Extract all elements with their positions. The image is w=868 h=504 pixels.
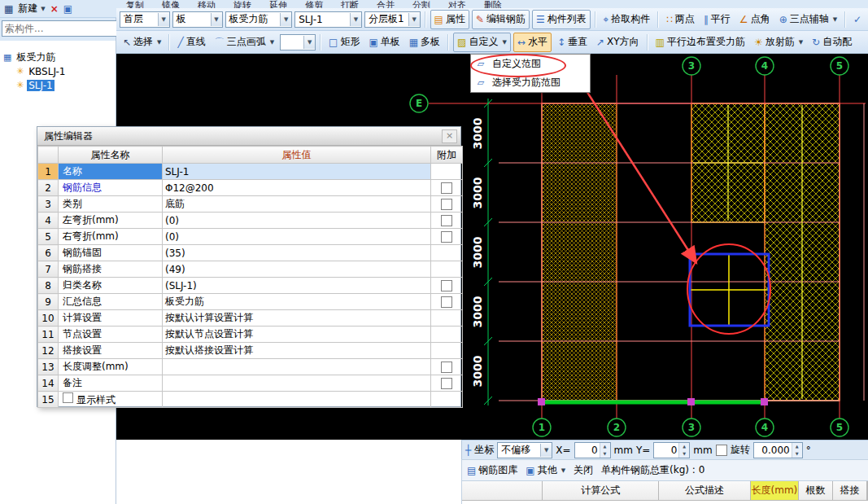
toolbar-button-merge[interactable]: 合并 <box>377 0 395 8</box>
toolbar-button-move[interactable]: 移动 <box>198 0 216 8</box>
extra-checkbox[interactable] <box>441 296 452 308</box>
property-name[interactable]: 左弯折(mm) <box>59 213 163 229</box>
toolbar-button-extend[interactable]: 延伸 <box>269 0 287 8</box>
extra-checkbox[interactable] <box>441 215 452 226</box>
new-button[interactable]: 新建 ▼ <box>18 2 45 15</box>
parallel-edge-rebar-button[interactable]: ▥平行边布置受力筋 <box>652 33 748 51</box>
property-value[interactable]: 按默认搭接设置计算 <box>163 343 431 359</box>
component-list-button[interactable]: ☰构件列表 <box>532 10 591 29</box>
property-name[interactable]: 钢筋信息 <box>59 180 163 196</box>
property-value[interactable]: Φ12@200 <box>163 180 431 196</box>
table-row[interactable]: 4 左弯折(mm) (0) <box>38 213 463 229</box>
table-row[interactable]: 8 归类名称 (SLJ-1) <box>38 278 463 294</box>
table-row[interactable]: 3 类别 底筋 <box>38 196 463 213</box>
hatched-slab-region-1[interactable] <box>542 103 617 401</box>
extra-checkbox[interactable] <box>441 199 452 210</box>
radial-rebar-button[interactable]: ☀放射筋▼ <box>751 33 806 51</box>
property-value[interactable] <box>163 375 431 392</box>
property-value[interactable] <box>163 359 431 375</box>
property-value[interactable]: (49) <box>163 261 431 278</box>
rotate-checkbox[interactable] <box>716 445 727 456</box>
multi-slab-button[interactable]: ▦多板 <box>406 33 443 51</box>
rebar-library-button[interactable]: ▤钢筋图库 <box>467 463 517 477</box>
table-row[interactable]: 6 钢筋锚固 (35) <box>38 245 463 261</box>
component-select[interactable]: SLJ-1▼ <box>294 11 362 28</box>
horizontal-button[interactable]: ↔水平 <box>513 33 552 52</box>
three-point-axis-button[interactable]: ⊕三点辅轴▼ <box>776 11 840 28</box>
clipped-toolbar-button[interactable]: ✓ <box>850 11 865 28</box>
property-name[interactable]: 备注 <box>59 375 163 392</box>
toolbar-button-break[interactable]: 打断 <box>341 0 359 8</box>
xy-direction-button[interactable]: ↗XY方向 <box>593 33 643 51</box>
table-row[interactable]: 9 汇总信息 板受力筋 <box>38 294 463 310</box>
layer-select[interactable]: 分层板1▼ <box>364 11 421 28</box>
expand-plus-icon[interactable] <box>63 392 73 403</box>
table-row[interactable]: 14 备注 <box>38 375 463 392</box>
extra-checkbox[interactable] <box>441 280 452 291</box>
extra-checkbox[interactable] <box>441 182 452 194</box>
line-button[interactable]: ╱直线 <box>174 33 208 51</box>
arc-mode-select[interactable]: ▼ <box>280 34 316 50</box>
rebar-type-select[interactable]: 板受力筋▼ <box>225 11 293 28</box>
column-header-count[interactable]: 根数 <box>799 481 833 501</box>
toolbar-button-align[interactable]: 对齐 <box>448 0 466 8</box>
close-panel-button[interactable]: 关闭 <box>574 463 593 477</box>
vertical-button[interactable]: ↕垂直 <box>554 33 591 51</box>
column-header-formula[interactable]: 计算公式 <box>543 481 659 501</box>
property-name[interactable]: 汇总信息 <box>59 294 163 310</box>
tree-item-kbslj1[interactable]: ✳ KBSLJ-1 <box>3 64 114 78</box>
table-row[interactable]: 5 右弯折(mm) (0) <box>38 229 463 245</box>
property-value[interactable]: 按默认计算设置计算 <box>163 310 431 327</box>
floor-select[interactable]: 首层▼ <box>120 11 170 28</box>
property-name[interactable]: 显示样式 <box>59 392 163 408</box>
table-row[interactable]: 1 名称 SLJ-1 <box>38 164 463 180</box>
dialog-close-button[interactable]: × <box>442 129 457 143</box>
property-value[interactable]: 底筋 <box>163 196 431 213</box>
toolbar-button-trim[interactable]: 修剪 <box>305 0 323 8</box>
property-name[interactable]: 搭接设置 <box>59 343 163 359</box>
property-value[interactable]: 板受力筋 <box>163 294 431 310</box>
table-row[interactable]: 2 钢筋信息 Φ12@200 <box>38 180 463 196</box>
property-name[interactable]: 钢筋搭接 <box>59 261 163 278</box>
custom-range-button[interactable]: ▨自定义▼ <box>453 33 511 52</box>
rotate-input[interactable]: 0.000▲▼ <box>753 442 803 458</box>
table-row[interactable]: 13 长度调整(mm) <box>38 359 463 375</box>
column-header-length[interactable]: 长度(mm) <box>751 481 799 501</box>
edit-rebar-button[interactable]: ✎编辑钢筋 <box>472 10 530 29</box>
column-header-formula-desc[interactable]: 公式描述 <box>659 481 751 501</box>
extra-checkbox[interactable] <box>441 231 452 243</box>
menu-item-custom-range[interactable]: ▱ 自定义范围 <box>471 55 590 73</box>
property-name[interactable]: 长度调整(mm) <box>59 359 163 375</box>
property-value[interactable]: (35) <box>163 245 431 261</box>
property-value[interactable]: (SLJ-1) <box>163 278 431 294</box>
table-row[interactable]: 15 显示样式 <box>38 392 463 408</box>
property-name[interactable]: 右弯折(mm) <box>59 229 163 245</box>
property-name[interactable]: 归类名称 <box>59 278 163 294</box>
element-type-select[interactable]: 板▼ <box>172 11 223 28</box>
tree-item-slj1[interactable]: ✳ SLJ-1 <box>3 78 114 92</box>
property-value[interactable]: SLJ-1 <box>163 164 431 180</box>
property-value[interactable]: (0) <box>163 229 431 245</box>
toolbar-button-rotate[interactable]: 旋转 <box>233 0 251 8</box>
toolbar-button-split[interactable]: 分割 <box>412 0 430 8</box>
search-input[interactable] <box>2 20 130 37</box>
y-input[interactable]: 0▲▼ <box>653 442 690 458</box>
toolbar-button-mirror[interactable]: 镜像 <box>162 0 180 8</box>
table-row[interactable]: 7 钢筋搭接 (49) <box>38 261 463 278</box>
other-button[interactable]: ▣其他▼ <box>526 463 565 477</box>
close-icon[interactable]: × <box>50 4 59 14</box>
auto-arrange-button[interactable]: ↻自动配 <box>809 33 855 51</box>
property-name[interactable]: 类别 <box>59 196 163 213</box>
table-row[interactable]: 12 搭接设置 按默认搭接设置计算 <box>38 343 463 359</box>
extra-checkbox[interactable] <box>441 362 452 373</box>
tree-node-slab-rebar[interactable]: ▦ 板受力筋 <box>3 50 114 64</box>
offset-select[interactable]: 不偏移▼ <box>497 442 552 458</box>
property-value[interactable]: 按默认节点设置计算 <box>163 327 431 343</box>
single-slab-button[interactable]: ▣单板 <box>365 33 403 51</box>
property-button[interactable]: ▤属性 <box>430 10 469 29</box>
extra-checkbox[interactable] <box>441 378 452 389</box>
property-value[interactable]: (0) <box>163 213 431 229</box>
pick-component-button[interactable]: ⌖拾取构件 <box>600 11 654 28</box>
dialog-titlebar[interactable]: 属性编辑器 × <box>37 127 460 146</box>
clipboard-icon[interactable]: ▣ <box>63 4 72 14</box>
